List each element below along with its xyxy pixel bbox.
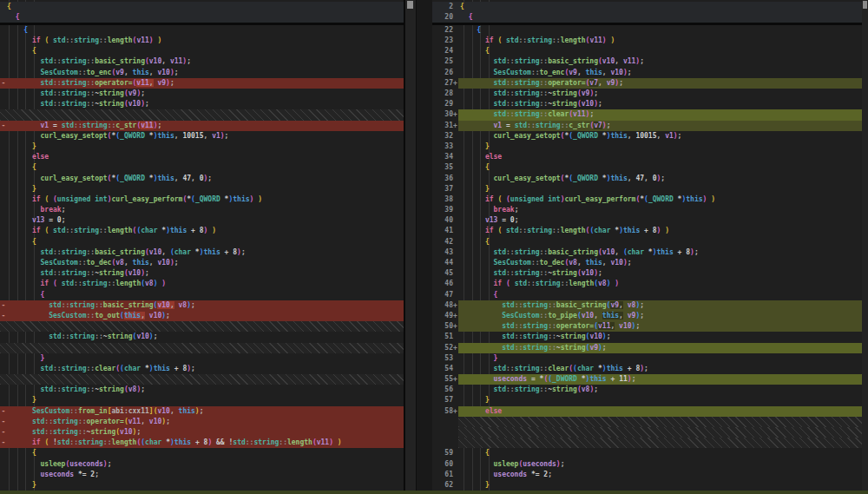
code-line[interactable]: else — [0, 152, 404, 162]
code-line[interactable]: std::string::~string(v10); — [0, 99, 404, 109]
code-line[interactable]: curl_easy_setopt(*(_QWORD *)this, 10015,… — [0, 131, 404, 142]
code-line[interactable]: 52+ std::string::~string(v9); — [432, 343, 868, 353]
code-line[interactable]: std::string::clear((char *)this + 8); — [0, 364, 404, 374]
code-line[interactable]: 27+ std::string::operator=(v7, v9); — [432, 78, 868, 89]
code-line[interactable]: std::string::~string(v9); — [0, 89, 404, 99]
code-line[interactable]: useconds *= 2; — [0, 470, 404, 480]
removed-marker: - — [0, 438, 7, 448]
code-line[interactable]: usleep(useconds); — [0, 459, 404, 470]
code-line[interactable]: if ( (unsigned int)curl_easy_perform(*(_… — [0, 194, 404, 205]
code-line[interactable]: 48+ std::string::basic_string(v9, v8); — [432, 300, 868, 311]
code-line[interactable]: { — [0, 237, 404, 247]
code-line[interactable]: SesCustom::to_enc(v9, this, v10); — [0, 68, 404, 78]
code-line[interactable]: 23 if ( std::string::length(v11) ) — [432, 36, 868, 46]
code-line[interactable]: 59 { — [432, 448, 868, 458]
code-line[interactable]: 29 std::string::~string(v10); — [432, 99, 868, 109]
code-text: if ( std::string::length(v11) ) — [7, 36, 404, 46]
code-line[interactable]: std::string::basic_string(v10, (char *)t… — [0, 247, 404, 258]
code-line[interactable]: - v1 = std::string::c_str(v11); — [0, 121, 404, 131]
left-scrollbar-track[interactable] — [404, 0, 417, 494]
code-line[interactable]: 58+ else — [432, 406, 868, 417]
code-line[interactable]: 54 std::string::clear((char *)this + 8); — [432, 364, 868, 374]
code-text: if ( std::string::length(v8) ) — [458, 279, 868, 289]
code-line[interactable]: 33 } — [432, 142, 868, 152]
code-line[interactable]: 61 useconds *= 2; — [432, 470, 868, 480]
code-line[interactable]: 25 std::string::basic_string(v10, v11); — [432, 56, 868, 67]
code-line[interactable]: { — [0, 290, 404, 300]
left-scrollbar-thumb[interactable] — [407, 1, 413, 9]
code-line[interactable]: 2 { — [432, 2, 868, 12]
code-line[interactable]: { — [0, 46, 404, 56]
right-scrollbar-thumb[interactable] — [863, 1, 867, 9]
code-line[interactable]: 57 } — [432, 395, 868, 405]
code-line[interactable]: 56 std::string::~string(v8); — [432, 385, 868, 395]
code-line[interactable]: 24 { — [432, 46, 868, 56]
code-line[interactable]: 62 } — [432, 480, 868, 491]
code-line[interactable]: 20 { — [432, 12, 868, 23]
code-line[interactable]: } — [0, 142, 404, 152]
code-line[interactable]: 53 } — [432, 353, 868, 364]
code-line[interactable]: v13 = 0; — [0, 215, 404, 226]
code-line[interactable]: 34 else — [432, 152, 868, 162]
code-line[interactable]: - std::string::operator=(v11, v10); — [0, 417, 404, 427]
code-line[interactable]: if ( std::string::length((char *)this + … — [0, 226, 404, 236]
code-line[interactable]: 51 std::string::~string(v10); — [432, 332, 868, 342]
code-line[interactable]: } — [0, 353, 404, 364]
code-line[interactable]: 32 curl_easy_setopt(*(_QWORD *)this, 100… — [432, 131, 868, 142]
code-line[interactable]: std::string::~string(v10); — [0, 332, 404, 342]
code-line[interactable]: 26 SesCustom::to_enc(v9, this, v10); — [432, 68, 868, 78]
code-line[interactable]: 60 usleep(useconds); — [432, 459, 868, 470]
code-line[interactable]: 35 { — [432, 162, 868, 173]
code-line[interactable]: - SesCustom::from_in[abi:cxx11](v10, thi… — [0, 406, 404, 417]
code-line[interactable]: 46 if ( std::string::length(v8) ) — [432, 279, 868, 289]
code-line[interactable]: 44 SesCustom::to_dec(v8, this, v10); — [432, 258, 868, 268]
pane-splitter[interactable] — [416, 0, 432, 494]
code-line[interactable]: 47 { — [432, 290, 868, 300]
code-line[interactable]: 41 if ( std::string::length((char *)this… — [432, 226, 868, 236]
code-line[interactable]: 55+ useconds = *((_DWORD *)this + 11); — [432, 374, 868, 385]
code-line[interactable]: if ( std::string::length(v8) ) — [0, 279, 404, 289]
code-line[interactable]: SesCustom::to_dec(v8, this, v10); — [0, 258, 404, 268]
code-text: std::string::clear((char *)this + 8); — [458, 364, 868, 374]
code-line[interactable]: 49+ SesCustom::to_pipe(v10, this, v9); — [432, 311, 868, 321]
code-line[interactable]: std::string::basic_string(v10, v11); — [0, 56, 404, 67]
code-line[interactable]: { — [0, 12, 404, 23]
code-line[interactable]: - std::string::~string(v10); — [0, 427, 404, 438]
code-line[interactable]: - std::string::operator=(v11, v9); — [0, 78, 404, 89]
code-line[interactable]: 42 { — [432, 237, 868, 247]
code-line[interactable]: { — [0, 162, 404, 173]
code-line[interactable]: 30+ std::string::clear(v11); — [432, 109, 868, 120]
code-line[interactable]: 36 curl_easy_setopt(*(_QWORD *)this, 47,… — [432, 174, 868, 184]
gutter-spacer — [0, 205, 7, 215]
gutter-spacer — [0, 237, 7, 247]
code-line[interactable]: - if ( !std::string::length((char *)this… — [0, 438, 404, 448]
code-line[interactable]: 22 { — [432, 25, 868, 36]
code-line[interactable]: - std::string::basic_string(v10, v8); — [0, 300, 404, 311]
code-line[interactable]: std::string::~string(v10); — [0, 268, 404, 279]
code-line[interactable]: 37 } — [432, 184, 868, 194]
code-line[interactable]: 50+ std::string::operator=(v11, v10); — [432, 321, 868, 332]
code-line[interactable]: break; — [0, 205, 404, 215]
code-line[interactable]: } — [0, 395, 404, 405]
code-line[interactable]: 45 std::string::~string(v10); — [432, 268, 868, 279]
code-line[interactable]: 28 std::string::~string(v9); — [432, 89, 868, 99]
code-line[interactable]: - SesCustom::to_out(this, v10); — [0, 311, 404, 321]
code-line[interactable]: { — [0, 2, 404, 12]
gutter-spacer — [0, 226, 7, 236]
code-line[interactable]: 38 if ( (unsigned int)curl_easy_perform(… — [432, 194, 868, 205]
code-line[interactable]: } — [0, 480, 404, 491]
left-code-pane[interactable]: { { { if ( std::string::length(v11) ) { … — [0, 0, 404, 494]
alignment-gap — [0, 374, 404, 385]
code-line[interactable]: 31+ v1 = std::string::c_str(v7); — [432, 121, 868, 131]
code-line[interactable]: } — [0, 184, 404, 194]
code-line[interactable]: { — [0, 448, 404, 458]
code-line[interactable]: curl_easy_setopt(*(_QWORD *)this, 47, 0)… — [0, 174, 404, 184]
code-line[interactable]: 40 v13 = 0; — [432, 215, 868, 226]
code-line[interactable]: 43 std::string::basic_string(v10, (char … — [432, 247, 868, 258]
right-code-pane[interactable]: 2 {20 {22 {23 if ( std::string::length(v… — [432, 0, 868, 494]
code-line[interactable]: std::string::~string(v8); — [0, 385, 404, 395]
code-line[interactable]: 39 break; — [432, 205, 868, 215]
right-scrollbar-track[interactable] — [862, 0, 868, 494]
code-line[interactable]: { — [0, 25, 404, 36]
code-line[interactable]: if ( std::string::length(v11) ) — [0, 36, 404, 46]
